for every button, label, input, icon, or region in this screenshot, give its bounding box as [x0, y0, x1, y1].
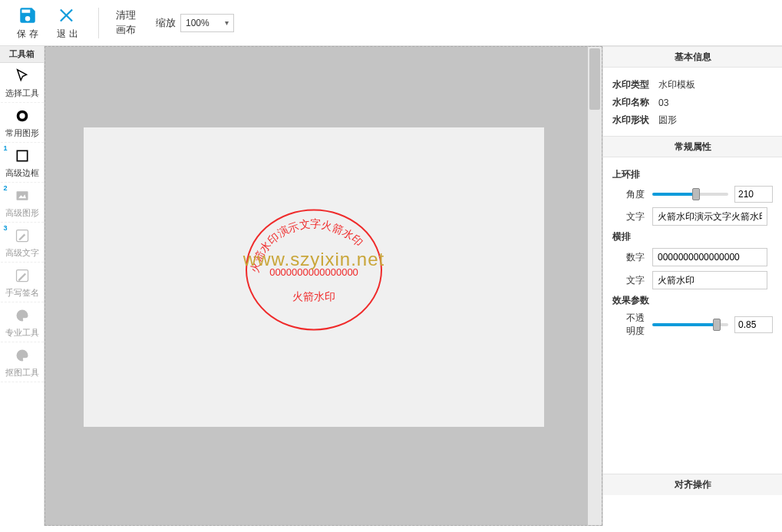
image-icon — [12, 186, 32, 206]
cursor-icon — [12, 66, 32, 86]
slider-handle[interactable] — [692, 188, 700, 200]
hz-text-input[interactable] — [652, 271, 767, 289]
canvas-area[interactable]: 火箭水印演示文字火箭水印 0000000000000000 火箭水印 www.s… — [45, 46, 602, 526]
canvas-paper[interactable]: 火箭水印演示文字火箭水印 0000000000000000 火箭水印 www.s… — [84, 127, 544, 427]
common-props-header: 常规属性 — [603, 136, 782, 157]
edit-icon — [12, 226, 32, 246]
save-icon — [17, 5, 38, 26]
scrollbar-thumb[interactable] — [589, 48, 600, 110]
divider — [98, 8, 99, 38]
svg-text:0000000000000000: 0000000000000000 — [269, 266, 358, 278]
tool-adv-border[interactable]: 1 高级边框 — [1, 143, 44, 183]
effect-header: 效果参数 — [612, 294, 773, 307]
stamp-object[interactable]: 火箭水印演示文字火箭水印 0000000000000000 火箭水印 — [241, 205, 387, 338]
save-button[interactable]: 保 存 — [8, 3, 48, 43]
tool-pro[interactable]: 专业工具 — [1, 302, 44, 342]
prop-type: 水印类型 水印模板 — [612, 78, 773, 91]
close-icon — [57, 5, 78, 26]
exit-button[interactable]: 退 出 — [48, 3, 87, 43]
upper-text-input[interactable] — [652, 207, 767, 226]
properties-panel: 基本信息 水印类型 水印模板 水印名称 03 水印形状 圆形 常规属性 上环排 … — [602, 46, 782, 526]
hz-text-row: 文字 — [612, 271, 773, 289]
zoom-value: 100% — [186, 18, 210, 28]
circle-icon — [12, 106, 32, 126]
slider-handle[interactable] — [713, 319, 721, 331]
prop-name: 水印名称 03 — [612, 96, 773, 109]
zoom-control: 缩放 100% ▾ — [156, 14, 234, 32]
align-ops-header[interactable]: 对齐操作 — [603, 474, 782, 495]
square-icon — [12, 146, 32, 166]
svg-rect-2 — [17, 150, 27, 160]
opacity-slider[interactable] — [652, 323, 728, 326]
tool-select[interactable]: 选择工具 — [1, 63, 44, 103]
svg-text:火箭水印: 火箭水印 — [292, 291, 335, 302]
basic-info-header: 基本信息 — [603, 46, 782, 68]
digit-input[interactable] — [652, 248, 767, 266]
upper-ring-header: 上环排 — [612, 168, 773, 181]
zoom-select[interactable]: 100% ▾ — [180, 14, 234, 32]
vertical-scrollbar[interactable] — [588, 47, 602, 525]
save-label: 保 存 — [17, 28, 38, 41]
zoom-label: 缩放 — [156, 16, 176, 30]
tool-signature[interactable]: 手写签名 — [1, 263, 44, 302]
digit-row: 数字 — [612, 248, 773, 266]
clear-canvas-button[interactable]: 清理 画布 — [110, 5, 142, 39]
opacity-input[interactable] — [734, 316, 773, 333]
exit-label: 退 出 — [57, 28, 78, 41]
pen-icon — [12, 266, 32, 286]
angle-slider[interactable] — [652, 193, 728, 196]
opacity-row: 不透明度 — [612, 312, 773, 338]
toolbox-header: 工具箱 — [0, 46, 44, 63]
tool-adv-text[interactable]: 3 高级文字 — [1, 223, 44, 263]
tool-adv-shape[interactable]: 2 高级图形 — [1, 183, 44, 223]
top-toolbar: 保 存 退 出 清理 画布 缩放 100% ▾ — [0, 0, 782, 46]
angle-input[interactable] — [734, 186, 773, 203]
horizontal-header: 横排 — [612, 230, 773, 243]
svg-point-1 — [19, 113, 25, 118]
upper-text-row: 文字 — [612, 207, 773, 226]
tool-basic-shape[interactable]: 常用图形 — [1, 103, 44, 143]
tool-cutout[interactable]: 抠图工具 — [1, 342, 44, 382]
palette-icon — [12, 345, 32, 365]
toolbox-panel: 工具箱 选择工具 常用图形 1 高级边框 2 高级图形 — [0, 46, 45, 526]
svg-rect-3 — [16, 191, 28, 200]
chevron-down-icon: ▾ — [225, 18, 229, 27]
angle-row: 角度 — [612, 186, 773, 203]
prop-shape: 水印形状 圆形 — [612, 114, 773, 127]
palette-icon — [12, 306, 32, 325]
